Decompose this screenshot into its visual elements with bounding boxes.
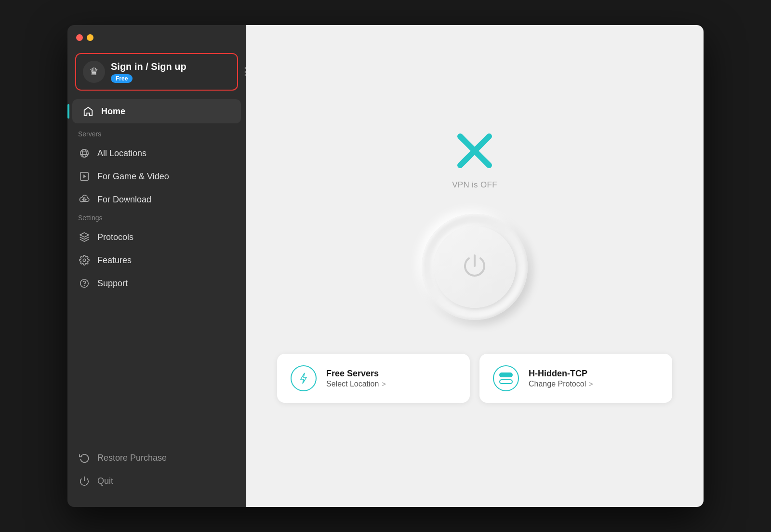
user-info: Sign in / Sign up Free	[111, 61, 186, 83]
svg-marker-7	[83, 174, 86, 178]
protocols-label: Protocols	[97, 232, 133, 242]
sidebar-item-quit[interactable]: Quit	[67, 469, 246, 492]
power-icon	[460, 252, 489, 282]
free-servers-title: Free Servers	[326, 369, 386, 379]
sidebar-bottom: Restore Purchase Quit	[67, 441, 246, 497]
sidebar: ♛ Sign in / Sign up Free ⋮	[67, 25, 246, 507]
free-servers-card[interactable]: Free Servers Select Location >	[277, 354, 470, 403]
titlebar	[67, 25, 246, 50]
main-content: VPN is OFF	[246, 25, 704, 507]
gear-icon	[78, 254, 91, 266]
power-off-icon	[78, 475, 91, 487]
crown-icon: ♛	[89, 66, 99, 78]
support-label: Support	[97, 279, 128, 289]
protocol-card[interactable]: H-Hidden-TCP Change Protocol >	[479, 354, 672, 403]
free-servers-sub: Select Location >	[326, 380, 386, 388]
user-badge: Free	[111, 74, 133, 83]
user-name: Sign in / Sign up	[111, 61, 186, 72]
help-circle-icon	[78, 277, 91, 290]
download-label: For Download	[97, 195, 151, 205]
minimize-button[interactable]	[87, 34, 93, 41]
protocol-icon	[493, 365, 519, 391]
layers-icon	[78, 231, 91, 243]
vpn-status-text: VPN is OFF	[452, 180, 497, 190]
home-icon	[82, 105, 94, 118]
close-button[interactable]	[76, 34, 83, 41]
game-video-label: For Game & Video	[97, 172, 169, 182]
quit-label: Quit	[97, 476, 113, 486]
svg-marker-14	[301, 373, 306, 384]
avatar: ♛	[83, 61, 105, 83]
vpn-logo	[453, 129, 496, 173]
protocol-arrow: >	[589, 380, 593, 388]
features-label: Features	[97, 255, 132, 266]
free-servers-arrow: >	[382, 380, 386, 388]
lightning-icon	[291, 365, 317, 391]
bottom-cards: Free Servers Select Location > H-Hidden-…	[277, 354, 672, 403]
svg-point-10	[84, 285, 85, 286]
home-label: Home	[101, 106, 125, 117]
globe-icon	[78, 147, 91, 160]
nav-section: Home Servers All Locations	[67, 99, 246, 441]
sidebar-item-support[interactable]: Support	[67, 272, 246, 295]
all-locations-label: All Locations	[97, 148, 146, 159]
play-square-icon	[78, 170, 91, 183]
app-window: ♛ Sign in / Sign up Free ⋮	[67, 25, 704, 507]
cloud-download-icon	[78, 193, 91, 206]
sidebar-item-restore[interactable]: Restore Purchase	[67, 446, 246, 469]
refresh-icon	[78, 452, 91, 464]
power-button[interactable]	[422, 214, 528, 320]
restore-label: Restore Purchase	[97, 453, 167, 463]
svg-point-3	[82, 149, 86, 158]
sidebar-item-all-locations[interactable]: All Locations	[67, 142, 246, 165]
power-inner	[434, 226, 516, 308]
free-servers-text: Free Servers Select Location >	[326, 369, 386, 388]
settings-section-title: Settings	[67, 211, 246, 226]
servers-section-title: Servers	[67, 127, 246, 142]
sidebar-item-features[interactable]: Features	[67, 249, 246, 272]
sidebar-item-protocols[interactable]: Protocols	[67, 226, 246, 249]
user-section[interactable]: ♛ Sign in / Sign up Free ⋮	[75, 53, 238, 91]
svg-point-8	[83, 259, 86, 262]
protocol-sub: Change Protocol >	[529, 380, 593, 388]
sidebar-item-download[interactable]: For Download	[67, 188, 246, 211]
sidebar-item-game-video[interactable]: For Game & Video	[67, 165, 246, 188]
protocol-text: H-Hidden-TCP Change Protocol >	[529, 369, 593, 388]
sidebar-item-home[interactable]: Home	[72, 99, 241, 123]
svg-point-2	[80, 149, 89, 158]
protocol-title: H-Hidden-TCP	[529, 369, 593, 379]
